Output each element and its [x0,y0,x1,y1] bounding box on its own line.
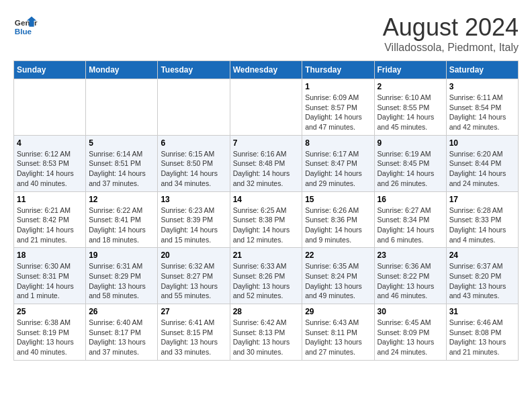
day-number: 22 [305,250,371,260]
calendar-cell: 14Sunrise: 6:25 AM Sunset: 8:38 PM Dayli… [230,191,302,248]
day-info: Sunrise: 6:43 AM Sunset: 8:11 PM Dayligh… [305,318,371,357]
day-number: 16 [378,195,443,204]
calendar-cell: 13Sunrise: 6:23 AM Sunset: 8:39 PM Dayli… [158,191,230,248]
day-info: Sunrise: 6:35 AM Sunset: 8:24 PM Dayligh… [305,261,371,301]
calendar-cell: 19Sunrise: 6:31 AM Sunset: 8:29 PM Dayli… [86,248,158,304]
month-title: August 2024 [383,13,519,42]
day-info: Sunrise: 6:36 AM Sunset: 8:22 PM Dayligh… [378,261,443,301]
calendar-cell: 22Sunrise: 6:35 AM Sunset: 8:24 PM Dayli… [302,248,374,304]
day-number: 7 [233,138,300,148]
calendar-cell: 16Sunrise: 6:27 AM Sunset: 8:34 PM Dayli… [374,191,446,248]
title-block: August 2024 Villadossola, Piedmont, Ital… [383,13,519,54]
day-number: 25 [17,307,83,316]
calendar-cell: 4Sunrise: 6:12 AM Sunset: 8:53 PM Daylig… [14,135,86,191]
day-number: 24 [449,250,515,260]
calendar-cell: 7Sunrise: 6:16 AM Sunset: 8:48 PM Daylig… [230,135,302,191]
day-number: 21 [233,250,300,260]
day-number: 19 [89,250,154,260]
day-info: Sunrise: 6:19 AM Sunset: 8:45 PM Dayligh… [378,149,443,189]
day-info: Sunrise: 6:45 AM Sunset: 8:09 PM Dayligh… [378,318,443,357]
calendar-cell [14,79,86,136]
day-info: Sunrise: 6:22 AM Sunset: 8:41 PM Dayligh… [89,205,154,245]
day-number: 17 [449,195,515,204]
logo-icon: General Blue [13,13,38,38]
day-info: Sunrise: 6:41 AM Sunset: 8:15 PM Dayligh… [161,318,226,357]
day-number: 26 [89,307,154,316]
calendar-cell: 8Sunrise: 6:17 AM Sunset: 8:47 PM Daylig… [302,135,374,191]
dow-header: Sunday [14,61,86,79]
day-number: 3 [449,82,515,91]
calendar-cell [158,79,230,136]
day-number: 4 [17,138,83,148]
calendar-cell: 15Sunrise: 6:26 AM Sunset: 8:36 PM Dayli… [302,191,374,248]
day-info: Sunrise: 6:09 AM Sunset: 8:57 PM Dayligh… [305,93,371,132]
calendar-cell: 26Sunrise: 6:40 AM Sunset: 8:17 PM Dayli… [86,304,158,361]
calendar-cell: 21Sunrise: 6:33 AM Sunset: 8:26 PM Dayli… [230,248,302,304]
calendar-cell: 29Sunrise: 6:43 AM Sunset: 8:11 PM Dayli… [302,304,374,361]
day-number: 5 [89,138,154,148]
day-info: Sunrise: 6:15 AM Sunset: 8:50 PM Dayligh… [161,149,226,189]
day-info: Sunrise: 6:10 AM Sunset: 8:55 PM Dayligh… [378,93,443,132]
logo: General Blue [13,13,38,38]
day-info: Sunrise: 6:20 AM Sunset: 8:44 PM Dayligh… [449,149,515,189]
calendar-cell: 17Sunrise: 6:28 AM Sunset: 8:33 PM Dayli… [446,191,518,248]
dow-header: Saturday [446,61,518,79]
day-info: Sunrise: 6:30 AM Sunset: 8:31 PM Dayligh… [17,261,83,301]
dow-header: Thursday [302,61,374,79]
calendar-cell: 23Sunrise: 6:36 AM Sunset: 8:22 PM Dayli… [374,248,446,304]
dow-header: Tuesday [158,61,230,79]
day-info: Sunrise: 6:25 AM Sunset: 8:38 PM Dayligh… [233,205,300,245]
calendar-cell: 3Sunrise: 6:11 AM Sunset: 8:54 PM Daylig… [446,79,518,136]
day-number: 20 [161,250,226,260]
day-number: 27 [161,307,226,316]
day-number: 31 [449,307,515,316]
day-info: Sunrise: 6:16 AM Sunset: 8:48 PM Dayligh… [233,149,300,189]
day-info: Sunrise: 6:14 AM Sunset: 8:51 PM Dayligh… [89,149,154,189]
day-info: Sunrise: 6:40 AM Sunset: 8:17 PM Dayligh… [89,318,154,357]
day-info: Sunrise: 6:33 AM Sunset: 8:26 PM Dayligh… [233,261,300,301]
calendar-cell: 12Sunrise: 6:22 AM Sunset: 8:41 PM Dayli… [86,191,158,248]
day-number: 30 [378,307,443,316]
day-info: Sunrise: 6:28 AM Sunset: 8:33 PM Dayligh… [449,205,515,245]
calendar-cell: 25Sunrise: 6:38 AM Sunset: 8:19 PM Dayli… [14,304,86,361]
day-number: 12 [89,195,154,204]
dow-header: Friday [374,61,446,79]
calendar-cell: 1Sunrise: 6:09 AM Sunset: 8:57 PM Daylig… [302,79,374,136]
day-info: Sunrise: 6:12 AM Sunset: 8:53 PM Dayligh… [17,149,83,189]
calendar-cell: 24Sunrise: 6:37 AM Sunset: 8:20 PM Dayli… [446,248,518,304]
day-number: 18 [17,250,83,260]
calendar-cell: 28Sunrise: 6:42 AM Sunset: 8:13 PM Dayli… [230,304,302,361]
day-number: 14 [233,195,300,204]
day-info: Sunrise: 6:11 AM Sunset: 8:54 PM Dayligh… [449,93,515,132]
calendar-cell [230,79,302,136]
calendar-cell: 6Sunrise: 6:15 AM Sunset: 8:50 PM Daylig… [158,135,230,191]
dow-header: Wednesday [230,61,302,79]
day-number: 13 [161,195,226,204]
page-header: General Blue August 2024 Villadossola, P… [13,13,519,54]
calendar-cell: 5Sunrise: 6:14 AM Sunset: 8:51 PM Daylig… [86,135,158,191]
day-number: 15 [305,195,371,204]
day-number: 29 [305,307,371,316]
calendar-cell: 10Sunrise: 6:20 AM Sunset: 8:44 PM Dayli… [446,135,518,191]
dow-header: Monday [86,61,158,79]
day-info: Sunrise: 6:46 AM Sunset: 8:08 PM Dayligh… [449,318,515,357]
day-number: 28 [233,307,300,316]
calendar-table: SundayMondayTuesdayWednesdayThursdayFrid… [13,60,519,361]
day-number: 1 [305,82,371,91]
day-info: Sunrise: 6:42 AM Sunset: 8:13 PM Dayligh… [233,318,300,357]
calendar-cell: 2Sunrise: 6:10 AM Sunset: 8:55 PM Daylig… [374,79,446,136]
day-number: 23 [378,250,443,260]
day-info: Sunrise: 6:27 AM Sunset: 8:34 PM Dayligh… [378,205,443,245]
day-number: 2 [378,82,443,91]
calendar-cell: 20Sunrise: 6:32 AM Sunset: 8:27 PM Dayli… [158,248,230,304]
calendar-cell: 27Sunrise: 6:41 AM Sunset: 8:15 PM Dayli… [158,304,230,361]
day-info: Sunrise: 6:21 AM Sunset: 8:42 PM Dayligh… [17,205,83,245]
day-number: 6 [161,138,226,148]
day-info: Sunrise: 6:26 AM Sunset: 8:36 PM Dayligh… [305,205,371,245]
calendar-cell [86,79,158,136]
day-info: Sunrise: 6:38 AM Sunset: 8:19 PM Dayligh… [17,318,83,357]
svg-text:Blue: Blue [15,27,32,36]
day-info: Sunrise: 6:32 AM Sunset: 8:27 PM Dayligh… [161,261,226,301]
calendar-cell: 30Sunrise: 6:45 AM Sunset: 8:09 PM Dayli… [374,304,446,361]
day-number: 10 [449,138,515,148]
